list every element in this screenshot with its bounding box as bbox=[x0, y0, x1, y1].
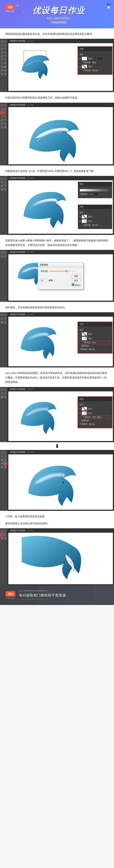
stroke-swatch[interactable] bbox=[82, 332, 87, 336]
perspective-icon[interactable]: ▦ bbox=[4, 65, 7, 68]
width-tool-icon[interactable]: ⎯ bbox=[1, 62, 3, 65]
pencil-tool-icon[interactable]: ✎ bbox=[4, 118, 7, 121]
line-tool-icon[interactable]: ╱ bbox=[1, 115, 3, 118]
magic-wand-icon[interactable]: ✦ bbox=[1, 43, 3, 46]
gradient-tool-icon[interactable]: ▤ bbox=[4, 462, 7, 465]
appearance-panel[interactable]: 外观 路径 ▸描边: ▸填色: 不透明度:默认值 bbox=[78, 205, 112, 229]
brush-tool-icon[interactable]: 🖌 bbox=[1, 54, 3, 57]
fill-overlay-20-row[interactable]: 不透明度:20% 叠加 bbox=[80, 416, 110, 418]
pen-tool-icon[interactable]: ✒ bbox=[1, 533, 3, 536]
pen-tool-icon[interactable]: ✒ bbox=[1, 317, 3, 320]
fill-swatch[interactable] bbox=[82, 337, 87, 340]
blend-tool-icon[interactable]: ◑ bbox=[4, 72, 7, 75]
gradient-tool-icon[interactable]: ▤ bbox=[1, 321, 3, 324]
gaussian-blur-dialog[interactable]: 高斯模糊 半径(R): 像素 确定 取消 预览(P) bbox=[38, 262, 83, 289]
pencil-tool-icon[interactable]: ✎ bbox=[4, 184, 7, 187]
ok-button[interactable]: 确定 bbox=[72, 274, 81, 278]
line-tool-icon[interactable]: ╱ bbox=[1, 51, 3, 54]
rect-tool-icon[interactable]: ▭ bbox=[4, 115, 7, 118]
type-tool-icon[interactable]: T bbox=[4, 255, 7, 258]
type-tool-icon[interactable]: T bbox=[4, 392, 7, 395]
gradient-tool-icon[interactable]: ▤ bbox=[1, 537, 3, 540]
selection-tool-icon[interactable]: ▸ bbox=[1, 313, 3, 316]
appearance-panel[interactable]: 外观 路径 ▸描边: ▾填色: 不透明度:85% 高斯模糊 不透明度:默认值 bbox=[78, 322, 112, 353]
appearance-panel[interactable]: 外观 路径 ▸ 描边: 不透明度:叠加 ▸ 填色: 不透明度:默认值 bbox=[78, 46, 112, 74]
selection-tool-icon[interactable]: ▸ bbox=[1, 177, 3, 180]
scale-tool-icon[interactable]: ⤢ bbox=[4, 122, 7, 125]
fill-row[interactable]: ▸ 填色: bbox=[80, 65, 110, 68]
fill-swatch[interactable] bbox=[82, 411, 87, 415]
stroke-swatch[interactable] bbox=[82, 407, 87, 411]
direct-select-icon[interactable]: ▹ bbox=[4, 313, 7, 316]
mesh-tool-icon[interactable]: ⊞ bbox=[1, 462, 3, 465]
document-tab[interactable]: #00度b#^#002955 21.55% bbox=[8, 104, 113, 107]
type-tool-icon[interactable]: T bbox=[4, 455, 7, 458]
direct-select-icon[interactable]: ▹ bbox=[4, 451, 7, 454]
selection-tool-icon[interactable]: ▸ bbox=[1, 451, 3, 454]
type-tool-icon[interactable]: T bbox=[4, 317, 7, 320]
pencil-tool-icon[interactable]: ✎ bbox=[4, 458, 7, 461]
pen-tool-icon[interactable]: ✒ bbox=[1, 255, 3, 258]
rotate-tool-icon[interactable]: ⟳ bbox=[1, 58, 3, 61]
fill-swatch[interactable] bbox=[82, 65, 87, 68]
pen-tool-icon[interactable]: ✒ bbox=[1, 47, 3, 50]
blend-tool-icon[interactable]: ◑ bbox=[4, 126, 7, 129]
radius-input[interactable] bbox=[41, 279, 47, 282]
gradient-ramp[interactable] bbox=[80, 189, 110, 191]
type-tool-icon[interactable]: T bbox=[4, 111, 7, 114]
stroke-swatch[interactable] bbox=[82, 57, 87, 60]
stroke-opacity-row[interactable]: 不透明度:叠加 bbox=[80, 61, 110, 64]
cancel-button[interactable]: 取消 bbox=[72, 279, 81, 283]
direct-select-icon[interactable]: ▹ bbox=[4, 177, 7, 180]
stroke-weight-input[interactable] bbox=[94, 57, 103, 60]
selection-tool-icon[interactable]: ▸ bbox=[1, 104, 3, 107]
gradient-stop-opacity[interactable] bbox=[89, 193, 98, 196]
free-transform-icon[interactable]: ◫ bbox=[4, 62, 7, 65]
direct-select-icon[interactable]: ▹ bbox=[4, 40, 7, 43]
type-tool-icon[interactable]: T bbox=[4, 181, 7, 184]
blend-tool-icon[interactable]: ◑ bbox=[4, 466, 7, 469]
appearance-panel[interactable]: 外观 路径 ▸描边: ▾填色: 不透明度:20% 叠加 高斯模糊 不透明度:默认… bbox=[78, 397, 112, 428]
eyedropper-icon[interactable]: ⁋ bbox=[1, 466, 3, 469]
type-tool-icon[interactable]: T bbox=[4, 47, 7, 50]
canvas[interactable]: #00度b#^#00295521.55% bbox=[8, 451, 113, 510]
rect-tool-icon[interactable]: ▭ bbox=[4, 51, 7, 54]
selection-tool-icon[interactable]: ▸ bbox=[1, 40, 3, 43]
brush-tool-icon[interactable]: 🖌 bbox=[1, 118, 3, 121]
selection-tool-icon[interactable]: ▸ bbox=[1, 388, 3, 391]
eyedropper-icon[interactable]: ⁋ bbox=[1, 126, 3, 129]
pen-tool-icon[interactable]: ✒ bbox=[1, 392, 3, 395]
pen-tool-icon[interactable]: ✒ bbox=[1, 181, 3, 184]
radius-slider[interactable] bbox=[50, 271, 76, 272]
pen-tool-icon[interactable]: ✒ bbox=[1, 111, 3, 114]
preview-checkbox[interactable] bbox=[72, 283, 74, 286]
eyedropper-icon[interactable]: ⁋ bbox=[4, 188, 7, 191]
gradient-panel[interactable]: 渐变 不透明度: bbox=[78, 182, 112, 198]
mesh-tool-icon[interactable]: ⊞ bbox=[1, 69, 3, 72]
stroke-swatch[interactable] bbox=[82, 215, 87, 219]
pen-tool-icon[interactable]: ✒ bbox=[1, 455, 3, 458]
magic-wand-icon[interactable]: ✦ bbox=[1, 107, 3, 111]
selection-tool-icon[interactable]: ▸ bbox=[1, 251, 3, 254]
gradient-tool-icon[interactable]: ▤ bbox=[1, 395, 3, 398]
fill-opacity-85-row[interactable]: 不透明度:85% bbox=[80, 341, 110, 344]
direct-select-icon[interactable]: ▹ bbox=[4, 104, 7, 107]
pencil-tool-icon[interactable]: ✎ bbox=[4, 54, 7, 57]
fill-swatch[interactable] bbox=[82, 219, 87, 223]
eyedropper-icon[interactable]: ⁋ bbox=[4, 537, 7, 540]
gradient-tool-icon[interactable]: ▤ bbox=[1, 188, 3, 191]
fill-opacity-row[interactable]: 不透明度:默认值 bbox=[80, 69, 110, 72]
direct-select-icon[interactable]: ▹ bbox=[4, 529, 7, 532]
scale-tool-icon[interactable]: ⤢ bbox=[4, 58, 7, 61]
gaussian-fx-row[interactable]: 高斯模糊 bbox=[80, 345, 110, 347]
document-tab[interactable]: #00度b#^#002955 21.55% bbox=[8, 40, 113, 43]
direct-select-icon[interactable]: ▹ bbox=[4, 388, 7, 391]
canvas[interactable]: #00度b#^#00295521.55% 高斯模糊 半径(R): 像素 确定 取… bbox=[8, 251, 113, 301]
rotate-tool-icon[interactable]: ⟳ bbox=[1, 122, 3, 125]
eyedropper-icon[interactable]: ⁋ bbox=[4, 321, 7, 324]
eyedropper-icon[interactable]: ⁋ bbox=[1, 72, 3, 75]
shape-builder-icon[interactable]: ◔ bbox=[1, 65, 3, 68]
eyedropper-icon[interactable]: ⁋ bbox=[4, 395, 7, 398]
brush-tool-icon[interactable]: 🖌 bbox=[1, 184, 3, 187]
lasso-icon[interactable]: ⊙ bbox=[4, 43, 7, 46]
